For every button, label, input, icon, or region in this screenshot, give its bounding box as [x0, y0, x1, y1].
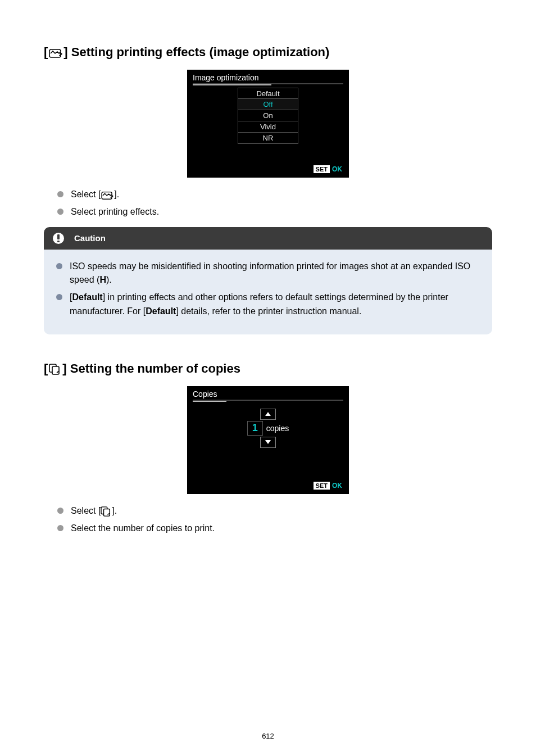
lcd2-ok-label: OK — [332, 482, 342, 490]
caution-item2-c: ] details, refer to the printer instruct… — [176, 306, 361, 316]
copies-up-button[interactable] — [260, 409, 276, 420]
lcd1-ok-label: OK — [332, 165, 342, 173]
copies-down-button[interactable] — [260, 437, 276, 448]
s1-step1-suffix: ]. — [114, 189, 119, 199]
lcd1-option-nr[interactable]: NR — [238, 133, 298, 144]
caution-body: ISO speeds may be misidentified in shoot… — [44, 250, 492, 334]
caution-item1-a: ISO speeds may be misidentified in shoot… — [70, 261, 470, 285]
section-1-title: [ ] Setting printing effects (image opti… — [44, 45, 492, 60]
page-number: 612 — [0, 732, 536, 740]
lcd1-set-label[interactable]: SET — [314, 165, 330, 173]
caution-item2-bold1: Default — [72, 292, 102, 302]
lcd1-title-wrap: Image optimization — [193, 73, 343, 84]
chevron-up-icon — [265, 412, 271, 416]
copies-icon — [49, 361, 61, 376]
chevron-down-icon — [265, 440, 271, 444]
lcd1-option-on[interactable]: On — [238, 110, 298, 121]
section2-step1: Select []. — [57, 504, 492, 518]
caution-item-1: ISO speeds may be misidentified in shoot… — [56, 260, 481, 288]
copies-stepper: 1 copies — [193, 409, 343, 448]
svg-rect-3 — [52, 366, 59, 374]
copies-unit: copies — [266, 424, 289, 433]
s2-step1-prefix: Select [ — [71, 506, 101, 515]
lcd1-option-default[interactable]: Default — [238, 88, 298, 99]
copies-icon — [101, 506, 112, 515]
lcd-image-optimization: Image optimization Default Off On Vivid … — [187, 70, 349, 178]
lcd1-option-vivid[interactable]: Vivid — [238, 121, 298, 133]
lcd1-footer: SET OK — [314, 165, 342, 173]
lcd1-options: Default Off On Vivid NR — [193, 88, 343, 144]
section-1-title-text: ] Setting printing effects (image optimi… — [63, 45, 329, 60]
image-optimization-icon — [101, 189, 114, 199]
lcd-copies: Copies 1 copies SET OK — [187, 386, 349, 494]
caution-exclamation-icon — [53, 233, 64, 244]
caution-title: Caution — [74, 233, 106, 243]
open-bracket: [ — [44, 45, 48, 60]
caution-item1-b: ). — [106, 275, 112, 284]
section1-step1: Select []. — [57, 188, 492, 202]
caution-item1-bold: H — [99, 275, 106, 284]
caution-item2-bold2: Default — [146, 306, 176, 316]
caution-header: Caution — [44, 227, 492, 250]
lcd2-title-wrap: Copies — [193, 390, 343, 401]
s2-step1-suffix: ]. — [112, 506, 117, 515]
lcd2-set-label[interactable]: SET — [314, 482, 330, 490]
section-2-title: [ ] Setting the number of copies — [44, 361, 492, 376]
lcd1-title: Image optimization — [193, 73, 259, 82]
section2-step2: Select the number of copies to print. — [57, 522, 492, 536]
open-bracket-2: [ — [44, 361, 48, 376]
section-2-title-text: ] Setting the number of copies — [62, 361, 240, 376]
section2-steps: Select []. Select the number of copies t… — [57, 504, 492, 536]
copies-value: 1 — [247, 421, 263, 436]
lcd2-title: Copies — [193, 390, 217, 399]
caution-item-2: [Default] in printing effects and other … — [56, 291, 481, 319]
image-optimization-icon — [49, 45, 62, 60]
section1-step2: Select printing effects. — [57, 205, 492, 219]
lcd1-option-off[interactable]: Off — [238, 99, 298, 110]
lcd2-footer: SET OK — [314, 482, 342, 490]
section1-steps: Select []. Select printing effects. — [57, 188, 492, 219]
caution-box: Caution ISO speeds may be misidentified … — [44, 227, 492, 334]
s1-step1-prefix: Select [ — [71, 189, 101, 199]
svg-rect-5 — [104, 509, 110, 516]
